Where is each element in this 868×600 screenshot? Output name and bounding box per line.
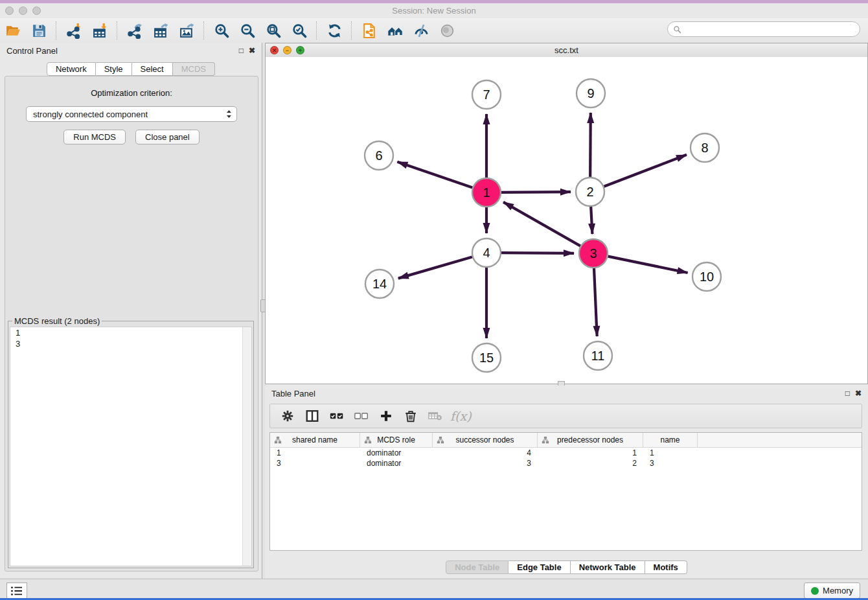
graph-node-14[interactable]: 14 — [365, 270, 394, 298]
column-header-predecessor-nodes[interactable]: predecessor nodes — [538, 433, 643, 447]
memory-status-icon — [811, 587, 819, 595]
svg-text:2: 2 — [586, 185, 593, 199]
refresh-view-button[interactable] — [321, 20, 347, 41]
graph-node-7[interactable]: 7 — [472, 80, 501, 109]
float-table-panel-icon[interactable]: □ — [845, 389, 850, 398]
table-cell: 1 — [270, 448, 360, 458]
graph-node-9[interactable]: 9 — [577, 79, 605, 108]
save-floppy-icon — [31, 23, 47, 39]
zoom-out-icon — [240, 23, 256, 39]
graph-node-3[interactable]: 3 — [579, 239, 608, 268]
birds-eye-button[interactable] — [434, 20, 460, 41]
tab-network-table[interactable]: Network Table — [571, 560, 645, 574]
control-panel-tabs: NetworkStyleSelectMCDS — [0, 62, 262, 76]
optimization-criterion-label: Optimization criterion: — [91, 88, 172, 98]
open-session-button[interactable] — [0, 20, 26, 41]
edge-3-1[interactable] — [503, 202, 580, 246]
save-session-button[interactable] — [26, 20, 52, 41]
delete-table-button[interactable] — [423, 406, 448, 426]
show-columns-button[interactable] — [300, 406, 325, 426]
column-header-shared-name[interactable]: shared name — [270, 433, 360, 447]
column-header-MCDS-role[interactable]: MCDS role — [360, 433, 433, 447]
vizmap-button[interactable] — [408, 20, 434, 41]
graph-node-4[interactable]: 4 — [472, 238, 501, 267]
table-cell: 2 — [538, 458, 643, 468]
table-row[interactable]: 1dominator411 — [270, 448, 862, 458]
memory-button[interactable]: Memory — [804, 583, 860, 599]
graph-node-8[interactable]: 8 — [691, 133, 719, 162]
delete-row-button[interactable] — [398, 406, 423, 426]
plus-icon — [379, 409, 393, 423]
graph-node-11[interactable]: 11 — [584, 341, 612, 370]
graph-node-2[interactable]: 2 — [576, 178, 604, 206]
node-table[interactable]: shared nameMCDS rolesuccessor nodesprede… — [269, 432, 862, 551]
edge-1-2[interactable] — [501, 192, 571, 192]
criterion-value: strongly connected component — [33, 110, 225, 119]
column-header-successor-nodes[interactable]: successor nodes — [433, 433, 538, 447]
status-bar: Memory — [0, 579, 868, 600]
float-panel-icon[interactable]: □ — [239, 46, 244, 55]
edge-3-11[interactable] — [594, 268, 597, 336]
graph-node-6[interactable]: 6 — [365, 141, 393, 170]
tab-select[interactable]: Select — [132, 62, 173, 76]
criterion-select[interactable]: strongly connected component — [26, 106, 237, 122]
result-scrollbar[interactable] — [242, 327, 251, 566]
tab-edge-table[interactable]: Edge Table — [508, 560, 570, 574]
refresh-icon — [326, 23, 343, 39]
close-table-panel-icon[interactable]: ✖ — [855, 389, 862, 398]
edge-1-6[interactable] — [397, 162, 472, 188]
edge-3-10[interactable] — [608, 257, 688, 273]
close-panel-button[interactable]: Close panel — [135, 130, 200, 144]
tab-mcds[interactable]: MCDS — [173, 62, 215, 76]
export-network-button[interactable] — [122, 20, 148, 41]
edge-4-14[interactable] — [398, 257, 472, 278]
mcds-result-item: 1 — [10, 327, 251, 338]
column-header-name[interactable]: name — [643, 433, 698, 447]
network-from-file-button[interactable] — [356, 20, 382, 41]
network-window-titlebar[interactable]: ✕ − + scc.txt — [266, 43, 867, 58]
zoom-selected-button[interactable] — [286, 20, 312, 41]
export-network-icon — [127, 23, 143, 39]
zoom-fit-icon — [266, 23, 282, 39]
mcds-result-group: MCDS result (2 nodes) 13 — [8, 321, 254, 568]
zoom-selected-icon — [291, 23, 308, 39]
zoom-out-button[interactable] — [234, 20, 260, 41]
edge-2-3[interactable] — [591, 207, 592, 234]
select-all-button[interactable] — [325, 406, 349, 426]
delete-table-icon — [428, 409, 442, 423]
export-image-icon — [179, 23, 195, 39]
search-input[interactable] — [667, 21, 860, 37]
graph-node-15[interactable]: 15 — [472, 343, 501, 372]
edge-4-3[interactable] — [501, 253, 574, 253]
edge-2-9[interactable] — [590, 113, 591, 177]
close-panel-icon[interactable]: ✖ — [249, 46, 255, 55]
import-table-button[interactable] — [87, 20, 113, 41]
graph-node-10[interactable]: 10 — [692, 262, 721, 291]
tab-motifs[interactable]: Motifs — [645, 560, 687, 574]
home-button[interactable] — [382, 20, 408, 41]
function-builder-button[interactable]: f(x) — [450, 409, 472, 423]
import-network-button[interactable] — [61, 20, 87, 41]
task-history-button[interactable] — [6, 583, 27, 599]
zoom-in-button[interactable] — [209, 20, 234, 41]
deselect-all-button[interactable] — [349, 406, 374, 426]
network-graph-canvas[interactable]: 7968124314101511 — [266, 57, 867, 384]
tab-network[interactable]: Network — [47, 62, 96, 76]
toolbar-separator — [117, 21, 118, 40]
column-attr-icon — [364, 436, 372, 444]
table-row[interactable]: 3dominator323 — [270, 458, 862, 468]
network-file-icon — [361, 23, 378, 39]
column-attr-icon — [274, 436, 282, 444]
add-row-button[interactable] — [374, 406, 398, 426]
table-settings-button[interactable] — [275, 406, 300, 426]
edge-2-8[interactable] — [604, 155, 687, 187]
run-mcds-button[interactable]: Run MCDS — [63, 130, 126, 144]
export-image-button[interactable] — [174, 20, 200, 41]
export-table-button[interactable] — [148, 20, 174, 41]
tab-node-table[interactable]: Node Table — [446, 560, 508, 574]
tab-style[interactable]: Style — [96, 62, 132, 76]
graph-node-1[interactable]: 1 — [472, 178, 501, 207]
unchecked-boxes-icon — [354, 409, 369, 423]
mcds-result-list[interactable]: 13 — [10, 327, 252, 566]
zoom-fit-button[interactable] — [260, 20, 286, 41]
